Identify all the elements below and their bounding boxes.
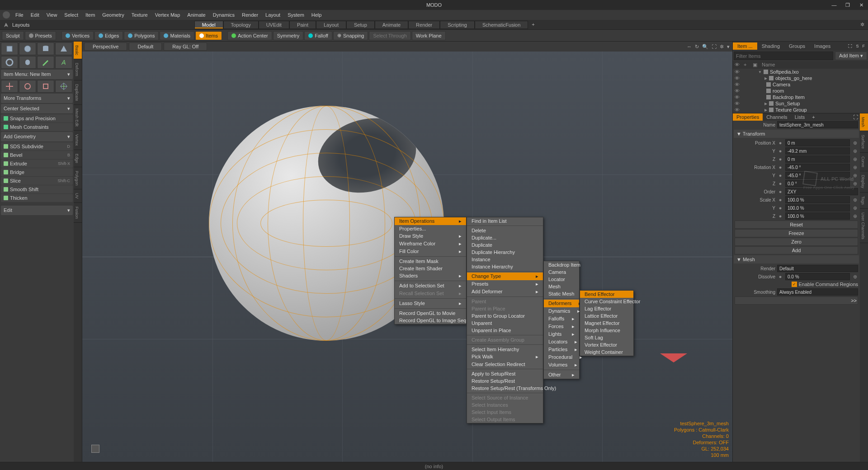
ctx-add-to-selection-set[interactable]: Add to Selection Set▸ [395, 282, 466, 290]
mesh-section[interactable]: ▼ Mesh [734, 255, 859, 263]
ctx-unparent[interactable]: Unparent [467, 320, 543, 327]
rtab-shading[interactable]: Shading [757, 42, 784, 50]
ctx-locators[interactable]: Locators▸ [544, 338, 579, 346]
item-menu-dropdown[interactable]: Item Menu: New Item▾ [1, 70, 73, 79]
vp-maximize-icon[interactable]: ⛶ [711, 44, 717, 50]
ptab-add[interactable]: + [808, 113, 818, 121]
prim-cube-icon[interactable] [1, 42, 18, 55]
tool-smooth-shift[interactable]: Smooth Shift [1, 185, 73, 193]
tab-layout[interactable]: Layout [316, 21, 346, 29]
scale-x-field[interactable] [785, 196, 850, 203]
ctx-instance[interactable]: Instance [467, 256, 543, 263]
menu-animate[interactable]: Animate [184, 12, 209, 18]
sculpt-button[interactable]: Sculpt [2, 31, 24, 40]
menu-geometry[interactable]: Geometry [99, 12, 127, 18]
ptab-properties[interactable]: Properties [733, 113, 763, 121]
left-vtab-duplicate[interactable]: Duplicate [74, 80, 82, 105]
ctx-backdrop-item[interactable]: Backdrop Item [544, 261, 579, 268]
tool-bridge[interactable]: Bridge [1, 168, 73, 176]
left-vtab-mesh-edit[interactable]: Mesh Edit [74, 105, 82, 131]
props-vtab-surface[interactable]: Surface [860, 131, 868, 153]
freeze-button[interactable]: Freeze [735, 229, 858, 237]
tree-item-objects-go-here[interactable]: 👁▶objects_go_here [733, 75, 868, 81]
vp-menu-icon[interactable]: ▾ [726, 44, 731, 50]
menu-file[interactable]: File [12, 12, 27, 18]
tool-thicken[interactable]: Thicken [1, 194, 73, 202]
ctx-create-item-mask[interactable]: Create Item Mask [395, 258, 466, 265]
close-icon[interactable]: ✕ [854, 0, 868, 10]
select-through-button[interactable]: Select Through [369, 31, 410, 40]
ptab-expand-icon[interactable]: ⛶ [851, 113, 860, 121]
ctx-change-type[interactable]: Change Type▸ [467, 273, 543, 280]
ctx-properties-[interactable]: Properties... [395, 225, 466, 232]
ctx-create-item-shader[interactable]: Create Item Shader [395, 265, 466, 272]
add-button[interactable]: Add [735, 246, 858, 254]
more-transforms-dropdown[interactable]: More Transforms▾ [1, 94, 73, 103]
tab-topology[interactable]: Topology [223, 21, 259, 29]
ptab-channels[interactable]: Channels [763, 113, 791, 121]
ctx-clear-selection-redirect[interactable]: Clear Selection Redirect [467, 361, 543, 368]
pos-x-field[interactable] [785, 139, 850, 146]
ctx-item-operations[interactable]: Item Operations▸ [395, 217, 466, 225]
ctx-draw-style[interactable]: Draw Style▸ [395, 232, 466, 240]
enable-cmd-checkbox[interactable]: ✓ [792, 282, 797, 287]
tree-item-texture-group[interactable]: 👁▶Texture Group [733, 107, 868, 113]
menu-help[interactable]: Help [308, 12, 326, 18]
tree-item-backdrop-item[interactable]: 👁Backdrop Item [733, 94, 868, 100]
left-vtab-polygon[interactable]: Polygon [74, 167, 82, 190]
ctx-locator[interactable]: Locator [544, 276, 579, 283]
ctx-apply-to-setup-rest[interactable]: Apply to Setup/Rest [467, 370, 543, 377]
ctx-magnet-effector[interactable]: Magnet Effector [580, 320, 633, 327]
props-vtab-display[interactable]: Display [860, 171, 868, 193]
rtab-images[interactable]: Images [810, 42, 835, 50]
ctx-unparent-in-place[interactable]: Unparent in Place [467, 327, 543, 334]
center-selected-dropdown[interactable]: Center Selected▾ [1, 104, 73, 113]
ctx-bend-effector[interactable]: Bend Effector [580, 291, 633, 298]
xform-universal-icon[interactable] [55, 80, 72, 93]
prim-capsule-icon[interactable] [19, 56, 36, 69]
props-vtab-tags[interactable]: Tags [860, 193, 868, 209]
layouts-back-icon[interactable]: ⮝ [4, 22, 9, 28]
tab-schematic[interactable]: SchematicFusion [475, 21, 528, 29]
name-field[interactable] [777, 121, 858, 128]
ctx-fill-color[interactable]: Fill Color▸ [395, 248, 466, 255]
tool-slice[interactable]: SliceShift-C [1, 177, 73, 185]
rtab-f[interactable]: F [861, 44, 867, 48]
ctx-find-in-item-list[interactable]: Find in Item List [467, 217, 543, 225]
menu-render[interactable]: Render [238, 12, 262, 18]
scale-y-field[interactable] [785, 204, 850, 212]
zero-button[interactable]: Zero [735, 238, 858, 246]
ctx-particles[interactable]: Particles▸ [544, 346, 579, 353]
ctx-dynamics[interactable]: Dynamics▸ [544, 307, 579, 315]
ctx-camera[interactable]: Camera [544, 268, 579, 276]
menu-edit[interactable]: Edit [27, 12, 43, 18]
tree-item-softpedia-lxo[interactable]: 👁▼Softpedia.lxo [733, 69, 868, 75]
viewport-shading-dropdown[interactable]: Default [129, 42, 162, 51]
props-vtab-mesh[interactable]: Mesh [860, 113, 868, 131]
rtab-groups[interactable]: Groups [784, 42, 810, 50]
tab-paint[interactable]: Paint [289, 21, 316, 29]
mode-materials[interactable]: Materials [160, 31, 194, 40]
prim-pen-icon[interactable] [37, 56, 54, 69]
axis-widget-icon[interactable] [88, 440, 104, 456]
ctx-duplicate-[interactable]: Duplicate... [467, 234, 543, 241]
prim-cone-icon[interactable] [55, 42, 72, 55]
menu-system[interactable]: System [284, 12, 308, 18]
ctx-procedural[interactable]: Procedural▸ [544, 353, 579, 361]
snapping-button[interactable]: ⊕Snapping [333, 31, 368, 40]
layouts-label[interactable]: Layouts [9, 22, 33, 28]
ctx-mesh[interactable]: Mesh [544, 283, 579, 290]
ctx-vortex-effector[interactable]: Vortex Effector [580, 341, 633, 348]
add-item-button[interactable]: Add Item ▾ [835, 52, 867, 60]
gear-icon[interactable]: ✲ [860, 22, 864, 28]
scale-z-field[interactable] [785, 212, 850, 220]
tool-bevel[interactable]: BevelB [1, 151, 73, 159]
rtab-expand-icon[interactable]: ⛶ [847, 44, 854, 48]
transform-section[interactable]: ▼ Transform [734, 130, 859, 138]
menu-layout[interactable]: Layout [262, 12, 284, 18]
pos-y-field[interactable] [785, 147, 850, 155]
work-plane-button[interactable]: Work Plane [412, 31, 446, 40]
snaps-precision-item[interactable]: Snaps and Precision [1, 114, 73, 122]
tab-add-icon[interactable]: + [528, 21, 538, 29]
more-button[interactable]: >> [735, 296, 858, 305]
